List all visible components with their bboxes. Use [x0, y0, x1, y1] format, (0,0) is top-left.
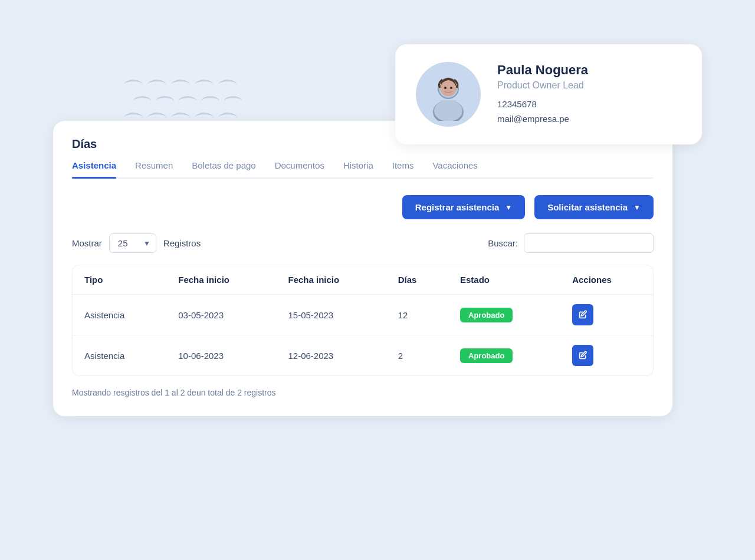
cell-fecha-fin: 12-06-2023	[276, 335, 386, 376]
svg-point-5	[435, 101, 461, 120]
profile-card: Paula Noguera Product Owner Lead 1234567…	[395, 44, 702, 144]
cell-fecha-inicio: 03-05-2023	[166, 295, 276, 335]
chevron-down-icon: ▼	[505, 203, 512, 212]
svg-point-6	[444, 87, 447, 89]
tab-boletas[interactable]: Boletas de pago	[192, 160, 255, 177]
mostrar-label: Mostrar	[72, 238, 102, 248]
cell-fecha-fin: 15-05-2023	[276, 295, 386, 335]
avatar	[416, 62, 481, 127]
status-badge: Aprobado	[460, 308, 513, 322]
cell-fecha-inicio: 10-06-2023	[166, 335, 276, 376]
col-fecha-fin: Fecha inicio	[276, 265, 386, 295]
col-acciones: Acciones	[560, 265, 653, 295]
table-row: Asistencia 10-06-2023 12-06-2023 2 Aprob…	[73, 335, 653, 376]
cell-tipo: Asistencia	[73, 295, 166, 335]
tab-asistencia[interactable]: Asistencia	[72, 160, 116, 177]
table-row: Asistencia 03-05-2023 15-05-2023 12 Apro…	[73, 295, 653, 335]
page-wrapper: Paula Noguera Product Owner Lead 1234567…	[53, 44, 702, 516]
cell-estado: Aprobado	[448, 335, 560, 376]
col-dias: Días	[386, 265, 448, 295]
profile-phone: 12345678	[497, 97, 681, 112]
col-estado: Estado	[448, 265, 560, 295]
svg-point-7	[450, 87, 452, 89]
tab-items[interactable]: Items	[392, 160, 414, 177]
cell-dias: 2	[386, 335, 448, 376]
tabs-nav: Asistencia Resumen Boletas de pago Docum…	[72, 160, 654, 179]
data-table: Tipo Fecha inicio Fecha inicio Días Esta…	[72, 265, 654, 376]
show-select-wrapper: 10 25 50 100 ▼	[109, 233, 156, 253]
chevron-down-icon: ▼	[633, 203, 641, 212]
profile-name: Paula Noguera	[497, 62, 681, 78]
edit-action-button[interactable]	[572, 304, 593, 325]
show-select[interactable]: 10 25 50 100	[109, 233, 156, 253]
edit-action-button[interactable]	[572, 345, 593, 366]
profile-role: Product Owner Lead	[497, 80, 681, 91]
filter-row: Mostrar 10 25 50 100 ▼ Registros Buscar:	[72, 233, 654, 253]
profile-info: Paula Noguera Product Owner Lead 1234567…	[497, 62, 681, 127]
tab-historia[interactable]: Historia	[343, 160, 373, 177]
tab-resumen[interactable]: Resumen	[135, 160, 173, 177]
registros-label: Registros	[163, 238, 201, 248]
col-tipo: Tipo	[73, 265, 166, 295]
request-attendance-button[interactable]: Solicitar asistencia ▼	[534, 195, 654, 219]
tab-vacaciones[interactable]: Vacaciones	[432, 160, 477, 177]
table-header-row: Tipo Fecha inicio Fecha inicio Días Esta…	[73, 265, 653, 295]
footer-text: Mostrando resgistros del 1 al 2 deun tot…	[72, 388, 654, 397]
cell-dias: 12	[386, 295, 448, 335]
actions-row: Registrar asistencia ▼ Solicitar asisten…	[72, 195, 654, 219]
tab-documentos[interactable]: Documentos	[275, 160, 324, 177]
register-attendance-button[interactable]: Registrar asistencia ▼	[402, 195, 525, 219]
cell-acciones	[560, 335, 653, 376]
cell-estado: Aprobado	[448, 295, 560, 335]
cell-acciones	[560, 295, 653, 335]
status-badge: Aprobado	[460, 348, 513, 363]
cell-tipo: Asistencia	[73, 335, 166, 376]
main-card: Días Asistencia Resumen Boletas de pago …	[53, 121, 672, 416]
profile-email: mail@empresa.pe	[497, 111, 681, 127]
search-input[interactable]	[524, 233, 654, 253]
search-group: Buscar:	[488, 233, 654, 253]
search-label: Buscar:	[488, 238, 518, 248]
col-fecha-inicio: Fecha inicio	[166, 265, 276, 295]
